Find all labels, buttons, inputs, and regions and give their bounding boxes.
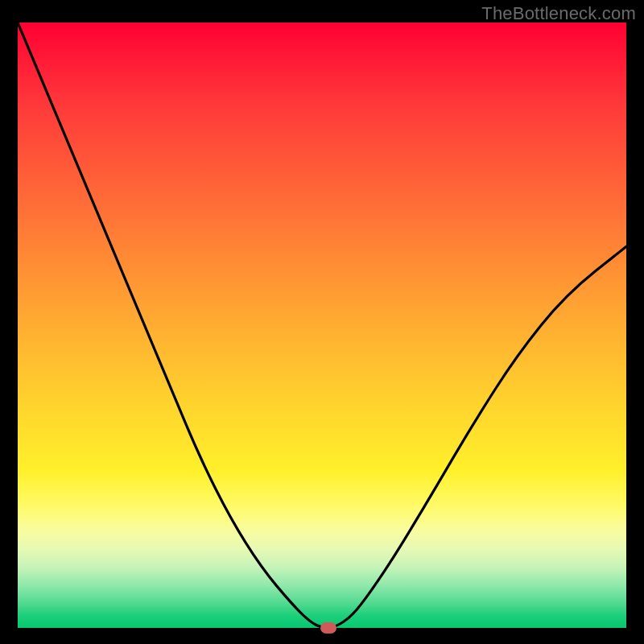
- curve-svg: [18, 23, 626, 628]
- chart-frame: TheBottleneck.com: [0, 0, 644, 644]
- bottleneck-curve-path: [18, 23, 626, 628]
- watermark-text: TheBottleneck.com: [481, 3, 636, 24]
- optimal-point-marker: [320, 622, 336, 634]
- plot-area: [18, 23, 626, 628]
